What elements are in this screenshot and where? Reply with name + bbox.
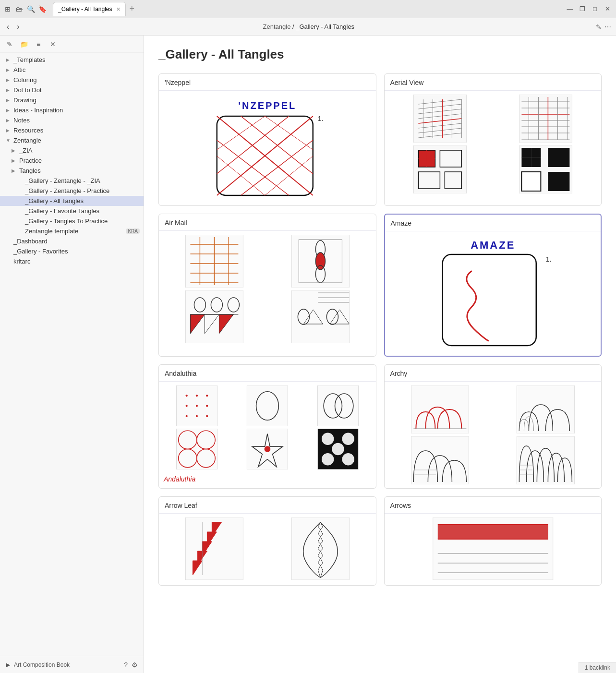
svg-point-93 xyxy=(206,405,208,407)
add-tab-button[interactable]: + xyxy=(127,4,138,14)
airmail-img3 xyxy=(163,290,266,343)
card-title-aerial-view: Aerial View xyxy=(385,74,602,91)
sidebar-item-label: _Dashboard xyxy=(13,238,140,245)
svg-rect-50 xyxy=(522,172,541,191)
chevron-icon: ▶ xyxy=(6,97,12,103)
sidebar-item-zentangle-template[interactable]: Zentangle template KRA xyxy=(0,226,144,236)
kra-badge: KRA xyxy=(126,228,140,234)
sidebar-item-zentangle[interactable]: ▼ Zentangle xyxy=(0,135,144,145)
maximize-button[interactable]: □ xyxy=(590,4,600,14)
andaluthia-img1 xyxy=(163,385,231,426)
sidebar-item-ideas[interactable]: ▶ Ideas - Inspiration xyxy=(0,105,144,115)
svg-text:AMAZE: AMAZE xyxy=(471,239,515,251)
new-note-button[interactable]: ✎ xyxy=(4,38,15,50)
close-sidebar-button[interactable]: ✕ xyxy=(47,38,59,50)
svg-point-114 xyxy=(342,453,354,466)
chevron-icon: ▶ xyxy=(6,57,12,62)
back-button[interactable]: ‹ xyxy=(5,22,11,32)
backlink-bar[interactable]: 1 backlink xyxy=(579,662,616,673)
navbar: ‹ › Zentangle / _Gallery - All Tangles ✎… xyxy=(0,18,616,36)
aerial-view-img4 xyxy=(494,145,597,193)
bookmark-icon[interactable]: 🔖 xyxy=(38,5,46,13)
sidebar-item-resources[interactable]: ▶ Resources xyxy=(0,125,144,135)
active-tab[interactable]: _Gallery - All Tangles ✕ xyxy=(53,2,126,16)
card-nzeppel: 'Nzeppel 'NZEPPEL 1. xyxy=(158,73,376,206)
help-icon[interactable]: ? xyxy=(124,661,128,669)
sidebar-item-notes[interactable]: ▶ Notes xyxy=(0,115,144,125)
sidebar-footer-label: Art Composition Book xyxy=(14,661,70,668)
card-title-archy: Archy xyxy=(385,365,602,382)
sidebar-item-kritarc[interactable]: kritarc xyxy=(0,256,144,266)
sidebar-item-gallery-practice[interactable]: _Gallery - Zentangle - Practice xyxy=(0,186,144,196)
andaluthia-label: Andaluthia xyxy=(159,473,376,487)
andaluthia-img4 xyxy=(163,429,231,469)
edit-button[interactable]: ✎ xyxy=(596,23,602,31)
folder-icon[interactable]: 🗁 xyxy=(15,5,23,13)
sidebar-item-label: Zentangle xyxy=(13,137,140,144)
grid-icon[interactable]: ⊞ xyxy=(4,5,12,13)
sidebar-item-gallery-favorites[interactable]: _Gallery - Favorites xyxy=(0,246,144,256)
sidebar-item-drawing[interactable]: ▶ Drawing xyxy=(0,95,144,105)
breadcrumb-root[interactable]: Zentangle xyxy=(263,23,291,30)
card-title-arrows: Arrows xyxy=(385,497,602,514)
sidebar-item-label: Drawing xyxy=(13,96,140,104)
sidebar-item-label: _ZIA xyxy=(19,147,140,154)
sidebar-item-gallery-all-tangles[interactable]: _Gallery - All Tangles xyxy=(0,196,144,206)
chevron-icon: ▶ xyxy=(12,158,17,163)
airmail-img2 xyxy=(269,235,372,288)
titlebar: ⊞ 🗁 🔍 🔖 _Gallery - All Tangles ✕ + — ❐ □… xyxy=(0,0,616,18)
sort-button[interactable]: ≡ xyxy=(33,38,44,50)
sidebar-item-coloring[interactable]: ▶ Coloring xyxy=(0,75,144,85)
sidebar-item-label: Zentangle template xyxy=(25,228,124,235)
main-content: _Gallery - All Tangles 'Nzeppel 'NZEPPEL… xyxy=(144,36,616,673)
nav-actions: ✎ ⋯ xyxy=(596,23,611,31)
new-folder-button[interactable]: 📁 xyxy=(18,38,30,50)
settings-icon[interactable]: ⚙ xyxy=(132,661,138,669)
close-button[interactable]: ✕ xyxy=(603,4,612,14)
sidebar-item-gallery-favorite-tangles[interactable]: _Gallery - Favorite Tangles xyxy=(0,206,144,216)
sidebar-item-label: Ideas - Inspiration xyxy=(13,107,140,114)
sidebar-item-dot-to-dot[interactable]: ▶ Dot to Dot xyxy=(0,85,144,95)
card-title-arrow-leaf: Arrow Leaf xyxy=(159,497,376,514)
forward-button[interactable]: › xyxy=(15,22,21,32)
sidebar-item-label: Attic xyxy=(13,66,140,73)
window-icons: ⊞ 🗁 🔍 🔖 xyxy=(4,5,46,13)
sidebar-item-tangles[interactable]: ▶ Tangles xyxy=(0,166,144,176)
sidebar-item-label: _Gallery - Favorites xyxy=(13,248,140,255)
tab-label: _Gallery - All Tangles xyxy=(58,6,112,12)
archy-img2 xyxy=(494,385,597,433)
airmail-img4 xyxy=(269,290,372,343)
chevron-icon: ▶ xyxy=(12,168,17,173)
sidebar-item-gallery-zia[interactable]: _Gallery - Zentangle - _ZIA xyxy=(0,176,144,186)
sidebar-item-label: Tangles xyxy=(19,167,140,174)
svg-point-90 xyxy=(206,395,208,397)
search-icon[interactable]: 🔍 xyxy=(27,5,35,13)
sidebar-item-dashboard[interactable]: _Dashboard xyxy=(0,236,144,246)
archy-img1 xyxy=(388,385,492,433)
tile-button[interactable]: ❐ xyxy=(578,4,587,14)
sidebar-item-templates[interactable]: ▶ _Templates xyxy=(0,55,144,65)
svg-point-96 xyxy=(206,415,208,417)
sidebar-item-attic[interactable]: ▶ Attic xyxy=(0,65,144,75)
svg-point-113 xyxy=(322,453,334,466)
sidebar-item-practice[interactable]: ▶ Practice xyxy=(0,156,144,166)
arrow-leaf-img1 xyxy=(163,517,266,580)
sidebar-item-zia[interactable]: ▶ _ZIA xyxy=(0,145,144,156)
sidebar-item-label: Practice xyxy=(19,157,140,164)
chevron-icon: ▶ xyxy=(6,128,12,133)
sidebar-item-gallery-tangles-practice[interactable]: _Gallery - Tangles To Practice xyxy=(0,216,144,226)
svg-text:1.: 1. xyxy=(545,255,551,263)
svg-point-112 xyxy=(342,433,354,445)
tab-close-button[interactable]: ✕ xyxy=(116,6,121,12)
arrow-leaf-img2 xyxy=(269,517,372,580)
minimize-button[interactable]: — xyxy=(565,4,575,14)
svg-point-115 xyxy=(332,443,344,456)
svg-point-91 xyxy=(186,405,188,407)
sidebar-item-label: _Gallery - Zentangle - Practice xyxy=(25,187,140,194)
chevron-icon: ▶ xyxy=(12,148,17,153)
more-button[interactable]: ⋯ xyxy=(604,23,611,31)
svg-point-92 xyxy=(196,405,198,407)
sidebar-footer: ▶ Art Composition Book ? ⚙ xyxy=(0,656,144,673)
archy-img3 xyxy=(388,436,492,484)
sidebar-footer-chevron: ▶ xyxy=(6,661,10,668)
